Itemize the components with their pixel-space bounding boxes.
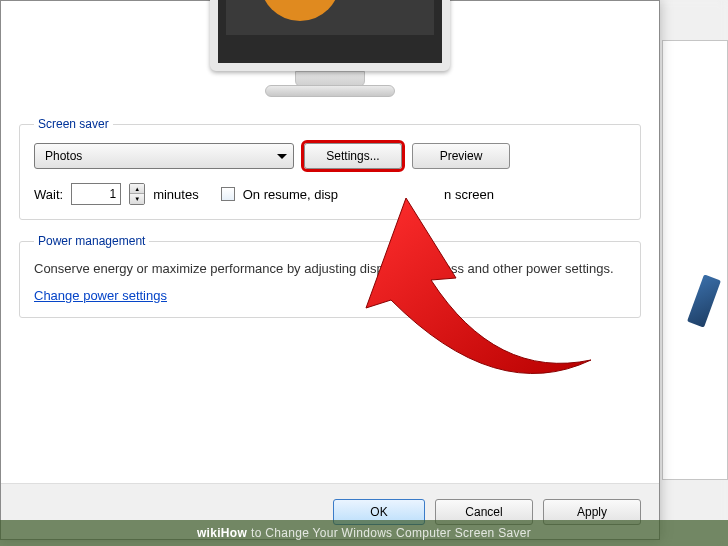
screensaver-group: Screen saver Photos Settings... Preview … (19, 117, 641, 220)
screensaver-dropdown[interactable]: Photos (34, 143, 294, 169)
monitor-screen: PAMAHAYAN NG LAMOK (210, 0, 450, 71)
photo-graphic (260, 0, 340, 21)
power-description: Conserve energy or maximize performance … (34, 260, 626, 278)
screensaver-dropdown-value: Photos (45, 149, 82, 163)
resume-logon-label-part2: n screen (444, 187, 494, 202)
monitor-base (265, 85, 395, 97)
pen-icon (687, 274, 721, 327)
settings-button[interactable]: Settings... (304, 143, 402, 169)
resume-logon-checkbox[interactable] (221, 187, 235, 201)
preview-photo: PAMAHAYAN NG LAMOK (226, 0, 434, 35)
resume-logon-label-part1: On resume, disp (243, 187, 338, 202)
wait-label: Wait: (34, 187, 63, 202)
background-window (662, 40, 728, 480)
change-power-settings-link[interactable]: Change power settings (34, 288, 167, 303)
screensaver-monitor-preview: PAMAHAYAN NG LAMOK (200, 0, 460, 111)
screensaver-controls-row: Photos Settings... Preview (34, 143, 626, 169)
watermark-brand: wikiHow (197, 526, 247, 540)
dialog-body: Screen saver Photos Settings... Preview … (1, 111, 659, 318)
preview-button[interactable]: Preview (412, 143, 510, 169)
wait-row: Wait: ▲ ▼ minutes On resume, disp n scre… (34, 183, 626, 205)
wikihow-watermark: wikiHow to Change Your Windows Computer … (0, 520, 728, 546)
wait-minutes-input[interactable] (71, 183, 121, 205)
screensaver-settings-dialog: PAMAHAYAN NG LAMOK Screen saver Photos S… (0, 0, 660, 540)
spinner-up-icon[interactable]: ▲ (130, 184, 144, 194)
chevron-down-icon (277, 154, 287, 159)
spinner-down-icon[interactable]: ▼ (130, 194, 144, 204)
power-legend: Power management (34, 234, 149, 248)
screensaver-legend: Screen saver (34, 117, 113, 131)
watermark-text: to Change Your Windows Computer Screen S… (251, 526, 531, 540)
wait-spinner[interactable]: ▲ ▼ (129, 183, 145, 205)
power-management-group: Power management Conserve energy or maxi… (19, 234, 641, 318)
wait-unit-label: minutes (153, 187, 199, 202)
